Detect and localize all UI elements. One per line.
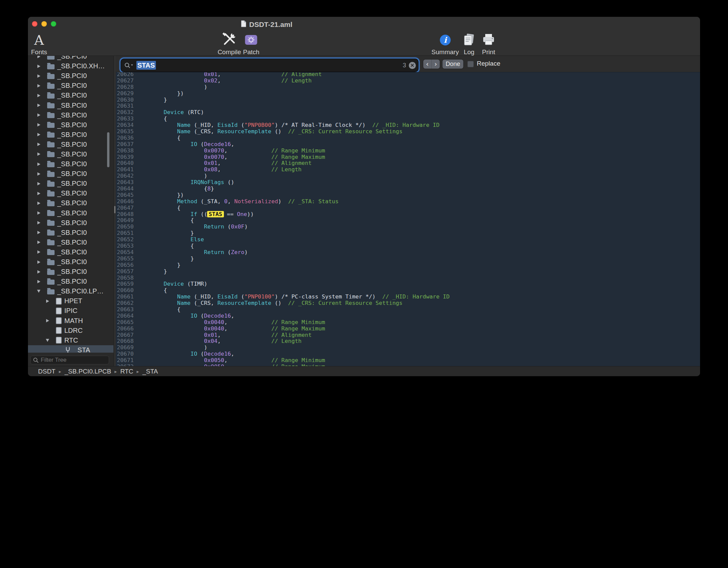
folder-icon xyxy=(47,229,55,236)
tree-item[interactable]: _SB.PCI0 xyxy=(28,198,113,208)
disclosure-triangle[interactable] xyxy=(35,123,42,127)
tree-item[interactable]: _SB.PCI0 xyxy=(28,218,113,228)
disclosure-triangle[interactable] xyxy=(35,65,42,68)
find-next-button[interactable]: › xyxy=(431,60,440,69)
disclosure-triangle[interactable] xyxy=(35,260,42,264)
tree-item[interactable]: _SB.PCI0 xyxy=(28,159,113,169)
disclosure-triangle[interactable] xyxy=(35,113,42,117)
tree-item[interactable]: _SB.PCI0 xyxy=(28,81,113,91)
tree-item[interactable]: _SB.PCI0 xyxy=(28,91,113,100)
disclosure-triangle[interactable] xyxy=(35,250,42,254)
tree-item[interactable]: _SB.PCI0 xyxy=(28,110,113,120)
tree-item[interactable]: _SB.PCI0 xyxy=(28,277,113,286)
disclosure-triangle[interactable] xyxy=(35,221,42,224)
code-text: 0x0070, // Range Maximum xyxy=(137,154,325,161)
toolbar-button-log[interactable]: Log xyxy=(462,32,476,56)
disclosure-triangle[interactable] xyxy=(35,290,42,293)
tree-item[interactable]: _SB.PCI0 xyxy=(28,100,113,110)
disclosure-triangle[interactable] xyxy=(35,74,42,78)
line-number: 20631 xyxy=(116,103,137,109)
minimize-button[interactable] xyxy=(41,21,47,27)
close-button[interactable] xyxy=(32,21,37,27)
code-text: 0x0040, // Range Minimum xyxy=(137,319,325,326)
search-input[interactable]: STAS xyxy=(136,61,156,70)
disclosure-triangle[interactable] xyxy=(35,270,42,274)
disclosure-triangle[interactable] xyxy=(35,182,42,185)
tree-item[interactable]: _STA xyxy=(28,345,113,353)
tree-item[interactable]: _SB.PCI0 xyxy=(28,130,113,140)
disclosure-triangle[interactable] xyxy=(35,172,42,176)
titlebar[interactable]: DSDT-21.aml xyxy=(28,17,700,32)
disclosure-triangle[interactable] xyxy=(35,152,42,156)
tree-item[interactable]: _SB.PCI0 xyxy=(28,140,113,149)
code-line: 20658 xyxy=(116,275,700,281)
done-button[interactable]: Done xyxy=(442,60,463,69)
tree-item[interactable]: _SB.PCI0 xyxy=(28,208,113,218)
toolbar-button-fonts[interactable]: A Fonts xyxy=(31,32,47,56)
disclosure-triangle[interactable] xyxy=(35,94,42,97)
disclosure-triangle[interactable] xyxy=(35,84,42,87)
disclosure-triangle[interactable] xyxy=(35,231,42,234)
toolbar-button-patch[interactable]: Patch xyxy=(243,32,260,56)
toolbar-button-compile[interactable]: Compile xyxy=(218,32,241,56)
disclosure-triangle[interactable] xyxy=(35,192,42,195)
tree-item-label: _SB.PCI0 xyxy=(57,56,87,60)
tree-item[interactable]: _SB.PCI0 xyxy=(28,149,113,159)
main-content: _SB.PCI0_SB.PCI0.XH…_SB.PCI0_SB.PCI0_SB.… xyxy=(28,56,700,366)
disclosure-triangle[interactable] xyxy=(35,241,42,244)
disclosure-triangle[interactable] xyxy=(35,143,42,146)
sidebar-tree-scroll[interactable]: _SB.PCI0_SB.PCI0.XH…_SB.PCI0_SB.PCI0_SB.… xyxy=(28,56,113,353)
filter-tree-input[interactable] xyxy=(41,357,106,363)
tree-item[interactable]: _SB.PCI0 xyxy=(28,188,113,198)
tree-item[interactable]: HPET xyxy=(28,296,113,306)
tree-item[interactable]: _SB.PCI0.LP… xyxy=(28,286,113,296)
tree-item[interactable]: _SB.PCI0 xyxy=(28,56,113,61)
find-previous-button[interactable]: ‹ xyxy=(423,60,431,69)
breadcrumb-item[interactable]: _SB.PCI0.LPCB xyxy=(65,368,111,375)
replace-checkbox[interactable] xyxy=(467,61,474,67)
sidebar-scrollbar[interactable] xyxy=(107,132,109,167)
tree-item[interactable]: RTC xyxy=(28,335,113,345)
tree-item[interactable]: _SB.PCI0.XH… xyxy=(28,61,113,71)
toolbar-button-print[interactable]: Print xyxy=(482,32,495,56)
tree-item[interactable]: _SB.PCI0 xyxy=(28,247,113,257)
tree-item[interactable]: _SB.PCI0 xyxy=(28,267,113,277)
disclosure-triangle[interactable] xyxy=(44,299,51,303)
search-menu-icon[interactable] xyxy=(124,62,133,68)
splitter-handle[interactable] xyxy=(114,206,115,213)
disclosure-triangle[interactable] xyxy=(35,133,42,136)
clear-search-button[interactable]: × xyxy=(409,62,416,69)
code-text: 0x01, // Alignment xyxy=(137,332,312,339)
disclosure-triangle[interactable] xyxy=(35,211,42,215)
tree-item[interactable]: _SB.PCI0 xyxy=(28,179,113,188)
code-text: { xyxy=(137,243,194,249)
tree-item[interactable]: _SB.PCI0 xyxy=(28,71,113,81)
zoom-button[interactable] xyxy=(51,21,56,27)
tree-item[interactable]: LDRC xyxy=(28,326,113,335)
tree-item[interactable]: _SB.PCI0 xyxy=(28,257,113,267)
tree-item[interactable]: _SB.PCI0 xyxy=(28,238,113,247)
tree-item[interactable]: MATH xyxy=(28,316,113,326)
breadcrumb-item[interactable]: _STA xyxy=(142,368,158,375)
tree-item[interactable]: _SB.PCI0 xyxy=(28,228,113,238)
disclosure-triangle[interactable] xyxy=(35,280,42,283)
tree-item[interactable]: _SB.PCI0 xyxy=(28,169,113,179)
code-line: 20634 Name (_HID, EisaId ("PNP0B00") /* … xyxy=(116,122,700,129)
code-text: }) xyxy=(137,91,184,97)
tree-item[interactable]: _SB.PCI0 xyxy=(28,120,113,130)
disclosure-triangle[interactable] xyxy=(44,339,51,342)
disclosure-triangle[interactable] xyxy=(35,104,42,107)
tree-item[interactable]: IPIC xyxy=(28,306,113,316)
tree-item-label: _SB.PCI0 xyxy=(57,111,87,119)
disclosure-triangle[interactable] xyxy=(44,319,51,322)
disclosure-triangle[interactable] xyxy=(35,56,42,58)
breadcrumb-item[interactable]: RTC xyxy=(120,368,133,375)
code-editor[interactable]: 20626 0x01, // Alignment20627 0x02, // L… xyxy=(116,72,700,366)
search-field[interactable]: STAS 3 × xyxy=(121,59,418,72)
disclosure-triangle[interactable] xyxy=(35,202,42,205)
disclosure-triangle[interactable] xyxy=(35,163,42,166)
line-number: 20628 xyxy=(116,84,137,91)
toolbar-button-summary[interactable]: i Summary xyxy=(431,32,459,56)
tree-item-label: LDRC xyxy=(64,327,82,334)
breadcrumb-item[interactable]: DSDT xyxy=(38,368,56,375)
